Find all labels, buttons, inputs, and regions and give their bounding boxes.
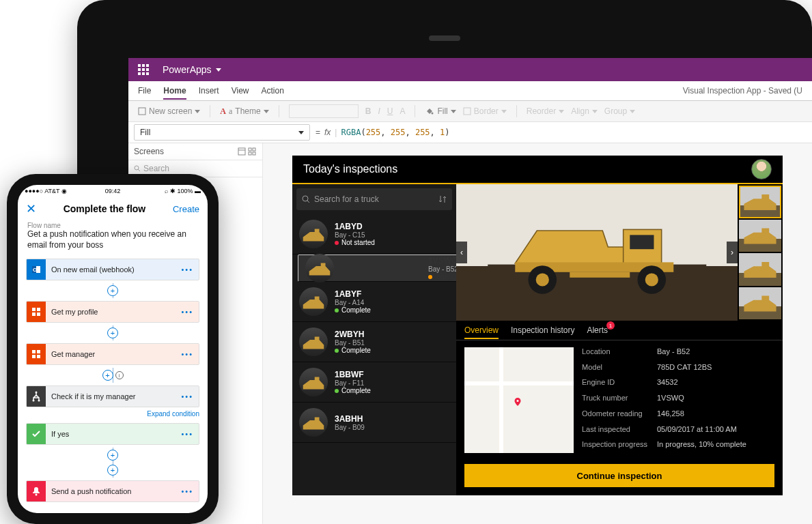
- menu-file[interactable]: File: [138, 86, 151, 96]
- add-step-button[interactable]: +: [107, 328, 118, 338]
- screens-header: Screens: [134, 147, 164, 156]
- step-menu-button[interactable]: •••: [176, 350, 199, 358]
- step-menu-button[interactable]: •••: [176, 265, 199, 274]
- outlook-icon: O: [27, 259, 46, 280]
- truck-name: 1ABYF: [335, 289, 371, 299]
- menu-home[interactable]: Home: [163, 86, 186, 100]
- flow-step[interactable]: Send a push notification •••: [26, 480, 199, 502]
- detail-key: Engine ID: [582, 378, 657, 391]
- truck-row[interactable]: 1VSWQ Bay - B52 In progress: [298, 254, 456, 282]
- menu-view[interactable]: View: [232, 86, 249, 96]
- flow-step[interactable]: Get my profile •••: [26, 301, 199, 323]
- svg-rect-1: [142, 64, 145, 67]
- phone-device: ●●●●○ AT&T ◉ 09:42 ⌕ ✱ 100% ▬ ✕ Complete…: [7, 174, 219, 524]
- step-menu-button[interactable]: •••: [176, 487, 199, 495]
- fill-label: Fill: [437, 106, 447, 116]
- add-step-button[interactable]: +: [107, 450, 118, 461]
- page-title: Complete the flow: [64, 203, 146, 214]
- theme-button[interactable]: Aa Theme: [220, 106, 268, 117]
- tree-view-toggle[interactable]: [238, 147, 257, 156]
- svg-rect-3: [138, 68, 141, 71]
- thumb-3[interactable]: [739, 253, 781, 286]
- menu-action[interactable]: Action: [262, 86, 284, 96]
- svg-rect-16: [249, 152, 251, 155]
- truck-bay: Bay - A14: [335, 299, 371, 306]
- info-icon[interactable]: i: [115, 371, 124, 379]
- flow-step[interactable]: Get manager •••: [26, 343, 199, 365]
- svg-rect-7: [142, 72, 145, 75]
- truck-row[interactable]: 2WBYH Bay - B51 Complete: [292, 322, 456, 362]
- flow-description[interactable]: Get a push notification when you receive…: [18, 229, 208, 256]
- next-image-button[interactable]: ›: [727, 242, 738, 263]
- tab-overview[interactable]: Overview: [464, 325, 499, 335]
- menu-insert[interactable]: Insert: [199, 86, 219, 96]
- theme-label: Theme: [235, 106, 260, 116]
- continue-inspection-button[interactable]: Continue inspection: [464, 464, 774, 487]
- truck-name: 1ABYD: [335, 222, 375, 231]
- svg-rect-11: [464, 108, 471, 115]
- location-map[interactable]: [464, 347, 574, 453]
- fill-button[interactable]: Fill: [425, 106, 456, 116]
- svg-rect-4: [142, 68, 145, 71]
- svg-rect-38: [32, 312, 36, 316]
- formula-input[interactable]: RGBA(255, 255, 255, 1): [337, 128, 449, 137]
- svg-line-19: [138, 169, 140, 171]
- status-bar: ●●●●○ AT&T ◉ 09:42 ⌕ ✱ 100% ▬: [18, 185, 208, 197]
- flow-step[interactable]: Check if it is my manager •••: [26, 385, 199, 407]
- step-label: Check if it is my manager: [51, 392, 135, 401]
- truck-row[interactable]: 1ABYD Bay - C15 Not started: [292, 214, 456, 254]
- sort-icon[interactable]: [438, 195, 447, 203]
- add-step-button[interactable]: +: [107, 285, 118, 296]
- office-icon: [27, 302, 46, 322]
- truck-name: 1VSWQ: [428, 256, 456, 265]
- truck-thumb: [299, 328, 328, 356]
- new-screen-button[interactable]: New screen: [138, 106, 200, 116]
- truck-bay: Bay - B51: [335, 339, 371, 347]
- close-button[interactable]: ✕: [26, 201, 36, 216]
- truck-row[interactable]: 1BBWF Bay - F11 Complete: [292, 362, 456, 403]
- image-thumbnails: [738, 184, 783, 321]
- truck-row[interactable]: 3ABHH Bay - B09: [292, 403, 456, 443]
- powerapps-window: PowerApps File Home Insert View Action V…: [128, 58, 812, 524]
- svg-line-21: [307, 201, 309, 203]
- svg-point-46: [38, 400, 40, 402]
- fx-icon: fx: [320, 128, 335, 137]
- detail-key: Last inspected: [582, 425, 657, 438]
- step-menu-button[interactable]: •••: [176, 430, 199, 438]
- app-launcher-icon[interactable]: [128, 58, 158, 81]
- step-label: Send a push notification: [51, 487, 131, 495]
- svg-point-47: [36, 494, 38, 496]
- svg-point-10: [432, 113, 434, 115]
- svg-rect-40: [32, 350, 36, 353]
- branch-icon: [27, 386, 46, 407]
- create-button[interactable]: Create: [173, 204, 199, 214]
- truck-row[interactable]: 1ABYF Bay - A14 Complete: [292, 282, 456, 322]
- add-step-button[interactable]: +: [102, 370, 113, 381]
- tab-alerts[interactable]: Alerts 1: [587, 325, 608, 335]
- menubar: File Home Insert View Action Visual Insp…: [128, 81, 812, 101]
- avatar[interactable]: [751, 159, 772, 179]
- chevron-down-icon: [298, 131, 304, 134]
- detail-key: Location: [582, 347, 657, 360]
- property-selector[interactable]: Fill: [134, 124, 310, 141]
- svg-rect-43: [37, 355, 40, 358]
- font-dropdown: [289, 104, 359, 118]
- clock: 09:42: [105, 188, 121, 194]
- thumb-1[interactable]: [739, 186, 781, 218]
- prev-image-button[interactable]: ‹: [456, 242, 467, 263]
- expand-condition-link[interactable]: Expand condition: [26, 410, 199, 418]
- thumb-2[interactable]: [739, 220, 781, 252]
- truck-search[interactable]: Search for a truck: [296, 188, 452, 210]
- battery-icon: ▬: [195, 188, 201, 194]
- signal-icon: ●●●●○: [25, 188, 44, 194]
- tab-history[interactable]: Inspection history: [511, 325, 574, 335]
- detail-value: In progress, 10% complete: [657, 440, 774, 453]
- flow-step[interactable]: O On new email (webhook) •••: [26, 259, 199, 280]
- step-menu-button[interactable]: •••: [176, 392, 199, 401]
- add-step-button[interactable]: +: [107, 465, 118, 476]
- detail-key: Inspection progress: [582, 440, 657, 453]
- step-menu-button[interactable]: •••: [176, 308, 199, 316]
- thumb-4[interactable]: [739, 287, 781, 320]
- flow-step[interactable]: If yes •••: [26, 423, 199, 445]
- product-name[interactable]: PowerApps: [158, 64, 225, 75]
